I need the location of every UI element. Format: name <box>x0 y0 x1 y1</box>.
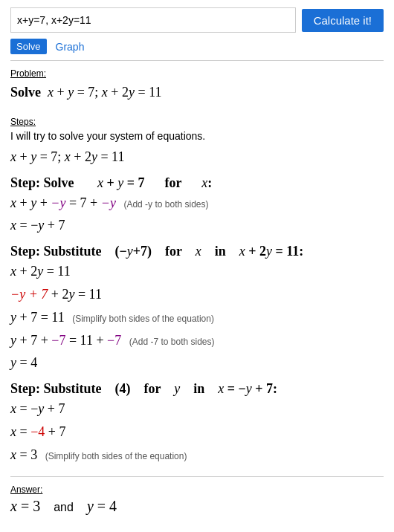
problem-label: Problem: <box>10 68 384 79</box>
step2-heading: Step: Substitute (−y+7) for x in x + 2y … <box>10 244 384 259</box>
step2-eq2: −y + 7 + 2y = 11 <box>10 284 384 305</box>
steps-intro: I will try to solve your system of equat… <box>10 130 384 142</box>
step1-heading: Step: Solve x + y = 7 for x: <box>10 175 384 191</box>
step2-eq3: y + 7 = 11 (Simplify both sides of the e… <box>10 307 384 328</box>
steps-label: Steps: <box>10 117 384 127</box>
answer-and: and <box>54 501 74 514</box>
calculate-button[interactable]: Calculate it! <box>302 9 384 32</box>
tabs-bar: Solve Graph <box>10 39 384 54</box>
answer-section: Answer: x = 3 and y = 4 <box>10 476 384 515</box>
divider <box>10 60 384 61</box>
step2-eq1: x + 2y = 11 <box>10 261 384 282</box>
step3-eq2: x = −4 + 7 <box>10 421 384 443</box>
step3-heading: Step: Substitute (4) for y in x = −y + 7… <box>10 381 384 397</box>
top-bar: Calculate it! <box>10 7 384 33</box>
answer-label: Answer: <box>10 484 384 495</box>
equation-input[interactable] <box>10 7 296 33</box>
problem-section: Problem: Solve x + y = 7; x + 2y = 11 <box>10 68 384 103</box>
system-display: x + y = 7; x + 2y = 11 <box>10 146 384 168</box>
step3-eq1: x = −y + 7 <box>10 398 384 420</box>
step3-eq3: x = 3 (Simplify both sides of the equati… <box>10 444 384 466</box>
solve-word: Solve <box>10 85 41 100</box>
step2-eq4: y + 7 + −7 = 11 + −7 (Add -7 to both sid… <box>10 330 384 351</box>
step2-eq5: y = 4 <box>10 352 384 374</box>
tab-solve[interactable]: Solve <box>10 39 47 54</box>
tab-graph[interactable]: Graph <box>56 41 85 53</box>
steps-section: Steps: I will try to solve your system o… <box>10 117 384 466</box>
answer-x: x = 3 <box>10 498 40 515</box>
problem-text: Solve x + y = 7; x + 2y = 11 <box>10 82 384 103</box>
answer-values: x = 3 and y = 4 <box>10 498 384 515</box>
answer-y: y = 4 <box>87 498 117 515</box>
step1-eq1: x + y + −y = 7 + −y (Add -y to both side… <box>10 192 384 214</box>
step1-eq2: x = −y + 7 <box>10 215 384 236</box>
